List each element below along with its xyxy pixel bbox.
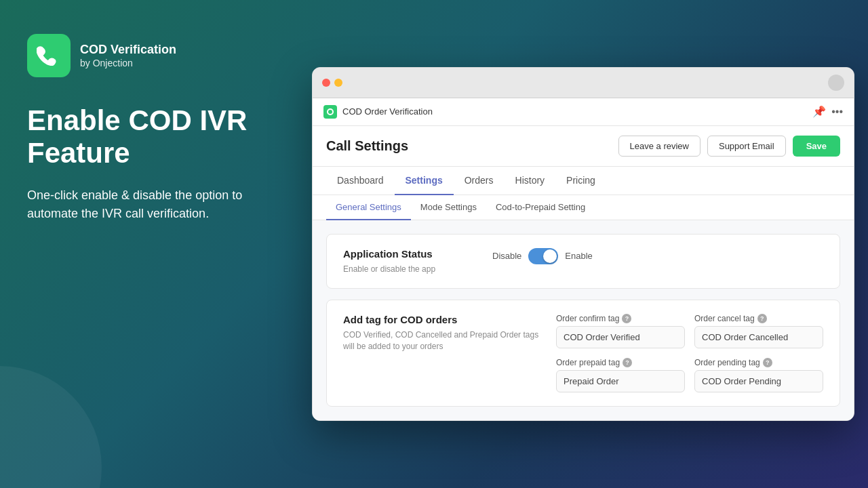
hero-title: Enable COD IVR Feature xyxy=(27,104,285,170)
close-dot[interactable] xyxy=(322,79,330,87)
order-cancel-tag-label: Order cancel tag ? xyxy=(694,314,823,323)
order-confirm-tag-label: Order confirm tag ? xyxy=(556,314,685,323)
order-prepaid-tag-label: Order prepaid tag ? xyxy=(556,358,685,367)
hero-desc: One-click enable & disable the option to… xyxy=(27,186,285,223)
order-cancel-tag-input[interactable] xyxy=(694,326,823,348)
sub-tab-mode-settings[interactable]: Mode Settings xyxy=(411,195,486,220)
hero-text: Enable COD IVR Feature One-click enable … xyxy=(27,104,285,223)
tag-field-prepaid: Order prepaid tag ? xyxy=(556,358,685,392)
order-pending-tag-label: Order pending tag ? xyxy=(694,358,823,367)
tag-field-cancel: Order cancel tag ? xyxy=(694,314,823,348)
toggle-disable-label: Disable xyxy=(492,251,521,261)
leave-review-button[interactable]: Leave a review xyxy=(618,136,701,157)
browser-chrome xyxy=(313,68,854,98)
main-tabs: Dashboard Settings Orders History Pricin… xyxy=(313,167,854,195)
tab-settings[interactable]: Settings xyxy=(395,167,454,195)
card-left-status: Application Status Enable or disable the… xyxy=(343,248,479,275)
left-panel: COD Verification by Onjection Enable COD… xyxy=(0,0,312,488)
app-favicon xyxy=(323,105,337,119)
tab-pricing[interactable]: Pricing xyxy=(555,167,606,195)
card-left-tag: Add tag for COD orders COD Verified, COD… xyxy=(343,314,542,352)
app-by: by Onjection xyxy=(80,58,176,68)
tag-field-pending: Order pending tag ? xyxy=(694,358,823,392)
content-area: Application Status Enable or disable the… xyxy=(313,220,854,421)
app-status-toggle[interactable] xyxy=(528,248,558,264)
tag-field-confirm: Order confirm tag ? xyxy=(556,314,685,348)
browser-window: COD Order Verification 📌 ••• Call Settin… xyxy=(312,67,854,422)
tag-card-desc: COD Verified, COD Cancelled and Prepaid … xyxy=(343,329,542,352)
confirm-help-icon[interactable]: ? xyxy=(622,314,631,323)
browser-expand-btn[interactable] xyxy=(828,75,844,91)
app-header: COD Verification by Onjection xyxy=(27,34,285,77)
tab-title: COD Order Verification xyxy=(342,106,807,117)
tab-orders[interactable]: Orders xyxy=(454,167,505,195)
order-pending-tag-input[interactable] xyxy=(694,370,823,392)
status-card-title: Application Status xyxy=(343,248,479,260)
header-actions: Leave a review Support Email Save xyxy=(618,136,840,157)
toggle-knob xyxy=(543,249,557,263)
tag-grid: Order confirm tag ? Order cancel tag ? xyxy=(556,314,823,392)
sub-tabs: General Settings Mode Settings Cod-to-Pr… xyxy=(313,195,854,220)
pin-icon[interactable]: 📌 xyxy=(812,105,826,118)
cancel-help-icon[interactable]: ? xyxy=(757,314,767,323)
right-panel: COD Order Verification 📌 ••• Call Settin… xyxy=(312,0,868,488)
app-content: COD Order Verification 📌 ••• Call Settin… xyxy=(313,98,854,421)
toggle-wrapper: Disable Enable xyxy=(492,248,593,264)
pending-help-icon[interactable]: ? xyxy=(763,358,772,367)
topbar-actions: 📌 ••• xyxy=(812,105,843,118)
app-topbar: COD Order Verification 📌 ••• xyxy=(313,98,854,126)
browser-dots xyxy=(322,79,342,87)
app-title-block: COD Verification by Onjection xyxy=(80,43,176,68)
toggle-enable-label: Enable xyxy=(565,251,592,261)
sub-tab-cod-to-prepaid[interactable]: Cod-to-Prepaid Setting xyxy=(486,195,595,220)
save-button[interactable]: Save xyxy=(793,136,840,157)
sub-tab-general-settings[interactable]: General Settings xyxy=(326,195,411,220)
card-right-status: Disable Enable xyxy=(492,248,823,264)
tag-card: Add tag for COD orders COD Verified, COD… xyxy=(326,300,840,407)
order-prepaid-tag-input[interactable] xyxy=(556,370,685,392)
app-icon xyxy=(27,34,71,77)
tab-history[interactable]: History xyxy=(505,167,556,195)
tag-card-title: Add tag for COD orders xyxy=(343,314,542,325)
app-name: COD Verification xyxy=(80,43,176,58)
minimize-dot[interactable] xyxy=(334,79,342,87)
tab-dashboard[interactable]: Dashboard xyxy=(326,167,395,195)
status-card-desc: Enable or disable the app xyxy=(343,264,479,275)
order-confirm-tag-input[interactable] xyxy=(556,326,685,348)
more-icon[interactable]: ••• xyxy=(831,106,843,118)
page-title: Call Settings xyxy=(326,138,408,154)
call-settings-header: Call Settings Leave a review Support Ema… xyxy=(313,126,854,167)
prepaid-help-icon[interactable]: ? xyxy=(623,358,632,367)
support-email-button[interactable]: Support Email xyxy=(707,136,786,157)
app-status-card: Application Status Enable or disable the… xyxy=(326,234,840,289)
